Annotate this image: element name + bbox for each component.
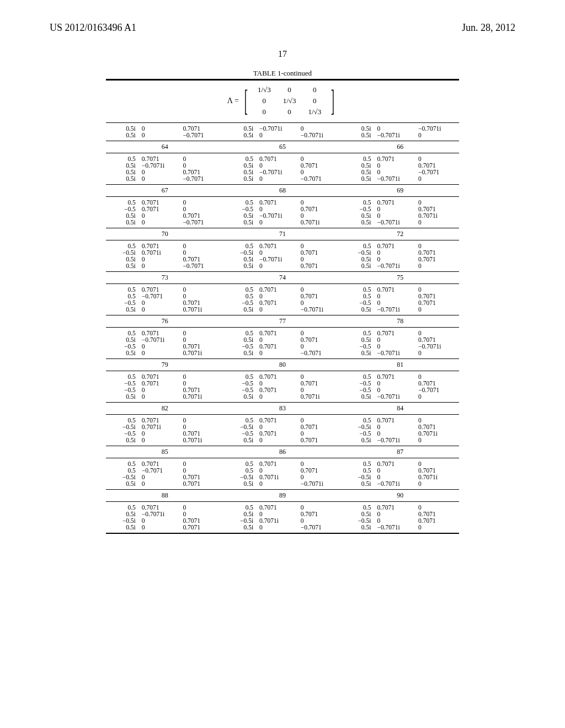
column-block: 0.50.707100.5i00.70710.5i−0.7071i00.5i0−…	[223, 153, 341, 184]
value: 0	[181, 424, 223, 430]
value: 0	[375, 249, 417, 256]
value: 0.5	[342, 373, 376, 380]
value: 0.7071i	[299, 393, 342, 400]
value: 0	[140, 263, 182, 269]
column-index: 89	[223, 490, 341, 501]
column-block: 0.50.707100.5i00.7071−0.50.707100.5i0−0.…	[223, 328, 341, 358]
value: 0	[181, 504, 223, 511]
matrix-cell: 0	[302, 85, 327, 95]
column-index: 71	[223, 228, 341, 240]
value: 0.7071	[181, 299, 223, 306]
value: 0.5i	[106, 306, 140, 313]
value: 0	[299, 125, 342, 132]
value: −0.5	[106, 343, 140, 350]
value: 0	[375, 206, 417, 212]
value: 0.5	[342, 417, 376, 424]
value: −0.5	[342, 430, 376, 437]
value: 0	[417, 219, 459, 226]
value: 0	[258, 175, 299, 182]
value: −0.7071	[181, 219, 223, 226]
value: 0.7071	[375, 504, 417, 511]
value: 0	[140, 169, 182, 175]
value: −0.5i	[106, 249, 140, 256]
value: 0.5	[106, 504, 140, 511]
value: 0.5i	[342, 125, 376, 132]
value: 0.5	[223, 243, 258, 249]
value: 0.7071	[140, 417, 182, 424]
index-row: 888990	[106, 489, 459, 502]
value: −0.7071i	[299, 306, 342, 313]
column-index: 68	[223, 185, 341, 196]
value: 0.5	[106, 286, 140, 293]
value: 0.5i	[106, 263, 140, 269]
value: 0	[181, 249, 223, 256]
value: 0.5i	[342, 263, 376, 269]
value: 0.7071	[181, 343, 223, 350]
value: 0.7071	[299, 511, 342, 517]
column-block: 0.5i−0.7071i00.5i0−0.7071i	[223, 123, 341, 141]
value: 0	[258, 306, 299, 313]
value: 0.5	[342, 199, 376, 206]
value: 0	[375, 212, 417, 219]
value: 0	[181, 162, 223, 169]
value: 0.5	[106, 156, 140, 162]
column-block: 0.50.707100.500.7071−0.500.70710.5i−0.70…	[342, 284, 459, 315]
value: 0.5	[223, 373, 258, 380]
value: 0.7071i	[181, 350, 223, 356]
value: 0.7071	[181, 125, 223, 132]
value: 0	[258, 350, 299, 356]
column-block: 0.50.707100.500.7071−0.50.707100.5i0−0.7…	[223, 284, 341, 315]
value: 0.7071	[181, 517, 223, 524]
value: −0.7071i	[299, 480, 342, 487]
value: 0.5i	[342, 350, 376, 356]
matrix-cell: 1/√3	[252, 85, 276, 95]
value: 0.5i	[106, 393, 140, 400]
value: −0.5	[106, 380, 140, 387]
value: 0	[140, 299, 182, 306]
value: −0.7071	[140, 467, 182, 474]
value: −0.7071i	[299, 132, 342, 138]
value: 0.7071i	[417, 474, 459, 480]
value: 0.7071	[375, 156, 417, 162]
value: 0	[299, 156, 342, 162]
value: 0.5i	[342, 511, 376, 517]
value: −0.7071i	[375, 132, 417, 138]
value: −0.7071i	[140, 162, 182, 169]
column-index: 64	[106, 141, 223, 153]
column-index: 81	[342, 359, 459, 371]
value: 0.7071	[181, 387, 223, 393]
column-index: 74	[223, 272, 341, 283]
value: 0.7071	[417, 424, 459, 430]
value: 0	[140, 306, 182, 313]
value: 0	[375, 430, 417, 437]
value: 0.7071	[140, 243, 182, 249]
value: 0	[417, 504, 459, 511]
value: 0.7071	[258, 504, 299, 511]
value: 0.7071	[140, 461, 182, 467]
value: −0.5i	[223, 474, 258, 480]
value: 0	[140, 480, 182, 487]
value: 0.7071	[140, 206, 182, 212]
value: 0	[375, 380, 417, 387]
value: 0.5i	[106, 169, 140, 175]
value: 0.7071	[299, 249, 342, 256]
value: −0.7071	[417, 387, 459, 393]
value: −0.7071	[181, 132, 223, 138]
value: 0.7071i	[258, 474, 299, 480]
column-block: 0.50.70710−0.500.70710.5i00.7071i0.5i−0.…	[342, 197, 459, 228]
value: 0.5i	[223, 132, 258, 138]
value: 0	[417, 437, 459, 443]
value: −0.7071i	[258, 169, 299, 175]
value: 0.7071	[258, 373, 299, 380]
value: 0.5i	[106, 162, 140, 169]
value: 0.7071	[258, 330, 299, 336]
column-block: 0.50.707100.5−0.70710−0.500.70710.5i00.7…	[106, 284, 223, 315]
value: 0	[417, 243, 459, 249]
value: −0.5	[223, 387, 258, 393]
value: 0.5i	[342, 219, 376, 226]
value: 0	[375, 256, 417, 263]
value: 0.5i	[106, 125, 140, 132]
value: −0.7071i	[375, 524, 417, 531]
value: 0	[417, 263, 459, 269]
value: 0.5	[223, 330, 258, 336]
